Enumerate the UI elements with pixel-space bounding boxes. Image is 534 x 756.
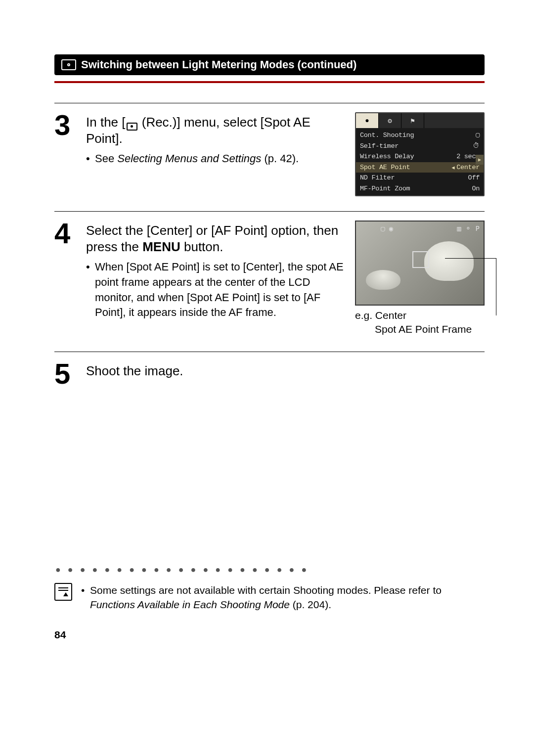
menu-item: Self-timer⏱ bbox=[356, 141, 484, 152]
step-3-bullet: See Selecting Menus and Settings (p. 42)… bbox=[86, 151, 345, 167]
divider bbox=[54, 352, 485, 352]
menu-item: ND FilterOff bbox=[356, 173, 484, 183]
step-3-heading: In the [ (Rec.)] menu, select [Spot AE P… bbox=[86, 114, 345, 146]
step-4-heading: Select the [Center] or [AF Point] option… bbox=[86, 222, 345, 255]
note-text: Some settings are not available with cer… bbox=[81, 583, 485, 612]
menu-tab-my: ⚑ bbox=[401, 113, 424, 128]
header-underline bbox=[54, 81, 485, 83]
step-3-section: 3 In the [ (Rec.)] menu, select [Spot AE… bbox=[54, 103, 485, 196]
step-4-screenshot: ▢ ◉ ▥ ⚬ P e.g. Center Spot AE Point Fram… bbox=[355, 221, 485, 337]
step-3-body: In the [ (Rec.)] menu, select [Spot AE P… bbox=[86, 112, 345, 170]
step-number-5: 5 bbox=[54, 361, 76, 387]
lcd-overlay-icons-right: ▥ ⚬ P bbox=[457, 224, 480, 232]
menu-item: Wireless Delay2 sec. bbox=[356, 151, 484, 162]
step-3-screenshot: ● ⚙ ⚑ Cont. Shooting▢ Self-timer⏱ Wirele… bbox=[355, 112, 485, 196]
spot-ae-point-frame bbox=[412, 251, 429, 268]
step-4-bullet: When [Spot AE Point] is set to [Center],… bbox=[86, 260, 345, 320]
section-header: Switching between Light Metering Modes (… bbox=[54, 54, 485, 75]
step-number-3: 3 bbox=[54, 112, 76, 138]
lcd-scene-bowl bbox=[366, 270, 400, 290]
lcd-caption: e.g. Center Spot AE Point Frame bbox=[355, 309, 485, 337]
step-5-heading: Shoot the image. bbox=[86, 363, 485, 379]
step-5-body: Shoot the image. bbox=[86, 361, 485, 384]
divider bbox=[54, 103, 485, 103]
page-number: 84 bbox=[54, 629, 485, 641]
step-5-section: 5 Shoot the image. bbox=[54, 352, 485, 387]
callout-pointer-line bbox=[496, 258, 496, 315]
menu-item: Cont. Shooting▢ bbox=[356, 130, 484, 141]
rec-menu-icon bbox=[127, 123, 137, 131]
camera-lcd-preview: ▢ ◉ ▥ ⚬ P bbox=[355, 221, 485, 306]
menu-item-selected: Spot AE PointCenter bbox=[356, 162, 484, 173]
note-block: Some settings are not available with cer… bbox=[54, 583, 485, 612]
lcd-scene-teapot bbox=[424, 241, 474, 281]
menu-tab-rec: ● bbox=[356, 113, 379, 128]
menu-tab-setup: ⚙ bbox=[379, 113, 401, 128]
lcd-overlay-icons-left: ▢ ◉ bbox=[381, 224, 393, 232]
step-number-4: 4 bbox=[54, 221, 76, 246]
step-4-section: 4 Select the [Center] or [AF Point] opti… bbox=[54, 211, 485, 337]
note-icon bbox=[54, 583, 72, 601]
camera-menu-screenshot: ● ⚙ ⚑ Cont. Shooting▢ Self-timer⏱ Wirele… bbox=[355, 112, 485, 196]
step-4-body: Select the [Center] or [AF Point] option… bbox=[86, 221, 345, 323]
menu-item: MF-Point ZoomOn bbox=[356, 183, 484, 194]
metering-mode-icon bbox=[61, 59, 76, 70]
dotted-separator: ●●●●●●●●●●●●●●●●●●●●● bbox=[54, 565, 485, 575]
menu-right-arrow-icon: ▶ bbox=[476, 155, 484, 165]
divider bbox=[54, 211, 485, 212]
section-header-title: Switching between Light Metering Modes (… bbox=[81, 58, 356, 71]
